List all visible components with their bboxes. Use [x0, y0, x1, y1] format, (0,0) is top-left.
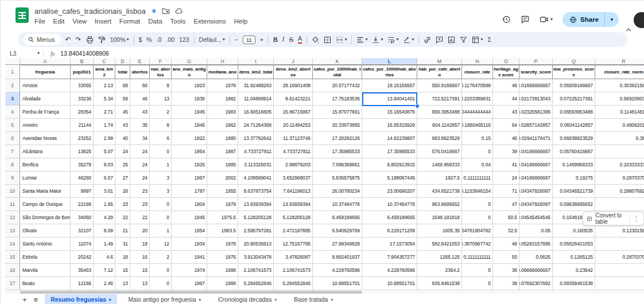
- cell[interactable]: 0.06666666667: [519, 264, 553, 277]
- cell[interactable]: 32.5: [493, 224, 519, 237]
- cell[interactable]: 0.1111111111: [462, 251, 493, 264]
- cell[interactable]: 17.20282126: [313, 132, 362, 145]
- column-header-H[interactable]: H: [207, 58, 238, 65]
- cell[interactable]: 0.287037037: [595, 251, 644, 264]
- cell[interactable]: 0.09358461538: [553, 277, 595, 290]
- cell[interactable]: 1967: [172, 277, 207, 290]
- cell[interactable]: 35463: [71, 264, 94, 277]
- cell[interactable]: 6.229171209: [362, 224, 417, 237]
- cell[interactable]: 31.92488263: [238, 79, 274, 92]
- cell[interactable]: 21144: [71, 119, 94, 132]
- column-header-P[interactable]: P: [519, 58, 553, 65]
- cell[interactable]: 6.540629769: [313, 224, 362, 237]
- cell[interactable]: 2.99: [94, 132, 115, 145]
- star-icon[interactable]: ★: [151, 7, 157, 14]
- cell[interactable]: 59: [115, 92, 130, 106]
- cell[interactable]: 18.15156557: [362, 79, 417, 92]
- cell[interactable]: Areeiro: [20, 119, 71, 132]
- cell[interactable]: 963.8695652: [417, 198, 462, 211]
- cell[interactable]: 8.892401937: [313, 251, 362, 264]
- cell[interactable]: 8: [150, 119, 172, 132]
- add-sheet-button[interactable]: +: [22, 296, 27, 303]
- table-views-button[interactable]: ▾: [472, 36, 483, 44]
- cell[interactable]: 48: [493, 237, 519, 251]
- sheet-tab[interactable]: Mais antigo por freguesia▾: [123, 294, 207, 304]
- cell[interactable]: 13: [115, 277, 130, 290]
- row-number-11[interactable]: 11: [5, 198, 20, 211]
- cell[interactable]: 10.37484776: [362, 198, 417, 211]
- cell[interactable]: 1: [150, 224, 172, 237]
- convert-to-table-button[interactable]: Convert to table ⋮: [583, 212, 644, 225]
- cell[interactable]: 47: [493, 198, 519, 211]
- cell[interactable]: 0: [150, 198, 172, 211]
- cell[interactable]: 15: [115, 264, 130, 277]
- cell[interactable]: 0: [150, 264, 172, 277]
- cell[interactable]: 0.06041142857: [553, 119, 595, 132]
- cell[interactable]: Estrela: [20, 251, 71, 264]
- cell[interactable]: 46: [130, 92, 150, 106]
- row-number-17[interactable]: 17: [5, 277, 20, 290]
- column-header-J[interactable]: J: [274, 58, 313, 65]
- cell[interactable]: 12.75167785: [274, 237, 313, 251]
- column-header-C[interactable]: C: [94, 58, 115, 65]
- print-button[interactable]: [86, 36, 94, 44]
- cell[interactable]: 20.80536913: [238, 237, 274, 251]
- cell[interactable]: 0: [595, 198, 644, 211]
- cell[interactable]: 1945: [172, 211, 207, 224]
- cell[interactable]: 3.652968037: [274, 172, 313, 185]
- header-cell[interactable]: cafes_por_10000hab_abertos: [362, 65, 417, 79]
- italic-button[interactable]: I: [282, 36, 285, 43]
- cell[interactable]: 4.6: [94, 251, 115, 264]
- cell[interactable]: 0.02173913043: [519, 92, 553, 106]
- cell[interactable]: 1975.5: [207, 211, 238, 224]
- cell[interactable]: 3: [150, 185, 172, 198]
- cell[interactable]: 1922: [172, 132, 207, 145]
- decrease-decimal-button[interactable]: .0: [157, 37, 162, 43]
- row-number-12[interactable]: 12: [5, 211, 20, 224]
- comments-icon[interactable]: [521, 15, 530, 24]
- header-cell[interactable]: dens_km2_total: [238, 65, 274, 79]
- cell[interactable]: Santo António: [20, 237, 71, 251]
- cell[interactable]: 1787: [172, 185, 207, 198]
- cell[interactable]: 0.05263157895: [519, 237, 553, 251]
- header-cell[interactable]: dens_km2_abertos: [274, 65, 313, 79]
- cell[interactable]: 3.113325031: [238, 158, 274, 172]
- format-currency-button[interactable]: $: [139, 37, 142, 43]
- document-title[interactable]: analise_cafes_tradicionais_lisboa: [34, 7, 146, 15]
- cell[interactable]: 0.5692090395: [595, 92, 644, 106]
- cell[interactable]: 24.71264368: [238, 119, 274, 132]
- header-cell[interactable]: area_km2: [94, 65, 115, 79]
- row-number-1[interactable]: 1: [5, 65, 20, 79]
- sheet-tab[interactable]: Cronologia decadas▾: [212, 294, 282, 304]
- cell[interactable]: 0.1265125: [553, 251, 595, 264]
- scrollbar-thumb[interactable]: [20, 291, 362, 294]
- cell[interactable]: 0: [462, 145, 493, 158]
- cell[interactable]: 0.160535: [553, 224, 595, 237]
- column-header-A[interactable]: A: [20, 58, 71, 65]
- menu-edit[interactable]: Edit: [53, 18, 65, 25]
- insert-comment-button[interactable]: [436, 36, 443, 44]
- cell[interactable]: 13.93939394: [274, 198, 313, 211]
- column-header-O[interactable]: O: [493, 58, 519, 65]
- header-cell[interactable]: abertos: [130, 65, 150, 79]
- cell[interactable]: 1962: [207, 119, 238, 132]
- cell[interactable]: 7.086368661: [313, 158, 362, 172]
- cell[interactable]: 0.1111111111: [462, 172, 493, 185]
- menu-insert[interactable]: Insert: [95, 18, 111, 25]
- row-number-15[interactable]: 15: [5, 251, 20, 264]
- cell[interactable]: 0: [595, 264, 644, 277]
- cell[interactable]: 1978: [207, 79, 238, 92]
- column-header-E[interactable]: E: [130, 58, 150, 65]
- cell[interactable]: 2.98879203: [274, 158, 313, 172]
- cell[interactable]: 576.0416667: [417, 145, 462, 158]
- cell[interactable]: 10.68551701: [362, 277, 417, 290]
- cell[interactable]: 1.49: [94, 237, 115, 251]
- cell[interactable]: 4.109589041: [238, 172, 274, 185]
- cell[interactable]: 1904: [172, 198, 207, 211]
- cell[interactable]: Santa Maria Maior: [20, 185, 71, 198]
- cell[interactable]: 4.229760596: [313, 264, 362, 277]
- header-cell[interactable]: cafes_por_10000hab_total: [313, 65, 362, 79]
- cell[interactable]: 6: [150, 132, 172, 145]
- cell[interactable]: 17.75183536: [313, 92, 362, 106]
- cell[interactable]: 25: [115, 158, 130, 172]
